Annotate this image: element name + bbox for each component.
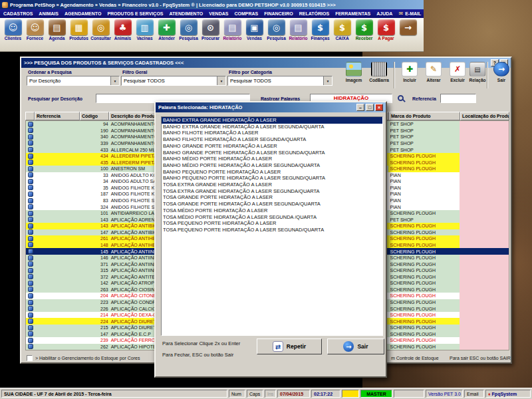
doc-x-icon: ✗ [450, 62, 466, 76]
category-filter-combo[interactable]: Pesquisar TODOS ▼ [227, 76, 332, 86]
reference-input[interactable] [440, 94, 476, 103]
word-result-item[interactable]: TOSA EXTRA GRANDE HIDRATAÇÃO A LASER [162, 182, 382, 188]
toolbar-button-search-1[interactable]: ◎Pesquisa [178, 19, 200, 51]
dialog-close-button[interactable]: × [375, 104, 383, 111]
menu-item-ajuda[interactable]: AJUDA [376, 11, 392, 16]
word-result-item[interactable]: BANHO EXTRA GRANDE HIDRATAÇÃO A LASER SE… [162, 124, 382, 130]
toolbar-button-report-1[interactable]: ▤Relatório [221, 19, 243, 51]
toolbar-button-agenda[interactable]: ▤Agenda [46, 19, 68, 51]
menu-item-vendas[interactable]: VENDAS [209, 11, 228, 16]
status-email[interactable]: Email [464, 390, 484, 398]
menu-item-compras[interactable]: COMPRAS [234, 11, 258, 16]
toolbar-button-cashier[interactable]: $CAIXA [331, 19, 353, 51]
cell-referencia [35, 261, 80, 267]
barcode-button[interactable]: CodBarra [367, 62, 391, 88]
word-result-item[interactable]: BANHO PEQUENO PORTE HIDRATAÇÃO A LASER S… [162, 175, 382, 182]
toolbar-button-consult[interactable]: ◎Consultar [90, 19, 112, 51]
minimize-button[interactable]: – [356, 104, 364, 111]
record-bullet-icon [28, 261, 33, 267]
column-header[interactable]: Referencia [35, 112, 80, 120]
record-icon [26, 121, 35, 128]
toolbar-button-find[interactable]: ⊙Procurar [200, 19, 221, 51]
word-result-item[interactable]: TOSA MÉDIO PORTE HIDRATAÇÃO A LASER SEGU… [162, 214, 382, 221]
maximize-button[interactable]: □ [366, 104, 374, 111]
chevron-down-icon[interactable]: ▼ [110, 76, 119, 85]
toolbar-button-sales[interactable]: ▣Vendas [243, 19, 265, 51]
cell-codigo: 101 [80, 210, 110, 217]
menu-item-agendamento[interactable]: AGENDAMENTO [65, 11, 101, 16]
relation-button[interactable]: ▤Relação [466, 62, 489, 88]
word-result-item[interactable]: TOSA PEQUENO PORTE HIDRATAÇÃO A LASER [162, 220, 382, 227]
toolbar-label: Pesquisa [179, 36, 198, 41]
column-header[interactable]: Código [80, 112, 109, 120]
word-result-item[interactable]: BANHO FILHOTE HIDRATAÇÃO A LASER SEGUNDA… [162, 136, 382, 143]
word-result-item[interactable]: BANHO MÉDIO PORTE HIDRATAÇÃO A LASER [162, 156, 382, 162]
cell-codigo: 142 [80, 280, 110, 287]
image-button[interactable]: Imagem [342, 62, 366, 88]
toolbar-button-vaccines[interactable]: ▥Vacinas [134, 19, 156, 51]
word-result-item[interactable]: BANHO MÉDIO PORTE HIDRATAÇÃO A LASER SEG… [162, 162, 382, 169]
menu-item-animais[interactable]: ANIMAIS [39, 11, 59, 16]
cell-localizacao [460, 325, 509, 331]
word-result-item[interactable]: BANHO PEQUENO PORTE HIDRATAÇÃO A LASER [162, 169, 382, 176]
toolbar-button-exit[interactable]: → [397, 19, 419, 51]
column-header[interactable]: Localização do Produto [460, 112, 509, 120]
brand-diamond-icon: ♦ [488, 392, 491, 396]
toolbar-label: Clientes [5, 36, 21, 41]
record-icon [26, 242, 35, 249]
menu-item-relat-rios[interactable]: RELATÓRIOS [299, 11, 329, 16]
order-filter-combo[interactable]: Por Descrição ▼ [27, 76, 120, 86]
word-result-item[interactable]: TOSA MÉDIO PORTE HIDRATAÇÃO A LASER [162, 207, 382, 214]
menu-item-cadastros[interactable]: CADASTROS [3, 11, 33, 16]
word-result-item[interactable]: BANHO EXTRA GRANDE HIDRATAÇÃO A LASER [162, 117, 382, 124]
chevron-down-icon[interactable]: ▼ [323, 76, 332, 85]
toolbar-button-report-2[interactable]: ▤Relatório [287, 19, 309, 51]
dialog-exit-button[interactable]: → Sair [327, 338, 384, 354]
menu-item-produtos-e-servi-os[interactable]: PRODUTOS E SERVIÇOS [107, 11, 163, 16]
menu-item-atendimento[interactable]: ATENDIMENTO [170, 11, 203, 16]
stock-color-checkbox[interactable] [27, 355, 33, 361]
cell-referencia [35, 146, 80, 153]
word-result-item[interactable]: TOSA PEQUENO PORTE HIDRATAÇÃO A LASER SE… [162, 227, 382, 233]
cell-referencia [35, 166, 80, 172]
column-header[interactable]: Marca do Produto [389, 112, 460, 120]
record-icon [26, 128, 35, 134]
repeat-button[interactable]: ⇄ Repetir [257, 338, 322, 354]
toolbar-button-pay[interactable]: $A Pagar [375, 19, 397, 51]
menu-item-ferramentas[interactable]: FERRAMENTAS [335, 11, 370, 16]
word-result-item[interactable]: TOSA GRANDE PORTE HIDRATAÇÃO A LASER SEG… [162, 201, 382, 207]
record-icon [26, 203, 35, 210]
word-result-item[interactable]: BANHO FILHOTE HIDRATAÇÃO A LASER [162, 130, 382, 136]
column-header[interactable] [25, 112, 35, 120]
dialog-titlebar[interactable]: Palavra Selecionada: HIDRATAÇÃO – □ × [156, 102, 386, 112]
magnifier-icon[interactable] [398, 95, 404, 101]
menu-item-email[interactable]: ✉ E-MAIL [398, 11, 421, 17]
chevron-down-icon[interactable]: ▼ [217, 76, 225, 85]
toolbar-button-products[interactable]: ▦Produtos [68, 19, 90, 51]
general-filter-combo[interactable]: Pesquisar TODOS ▼ [121, 76, 226, 86]
toolbar-label: Animais [114, 36, 131, 41]
search-icon: ◎ [268, 19, 285, 35]
record-bullet-icon [28, 293, 33, 299]
cell-referencia [35, 305, 80, 312]
toolbar-button-receive[interactable]: $Receber [353, 19, 375, 51]
toolbar-button-search-2[interactable]: ◎Pesquisa [265, 19, 287, 51]
add-button[interactable]: ✚Incluir [398, 62, 422, 88]
word-result-item[interactable]: BANHO GRANDE PORTE HIDRATAÇÃO A LASER SE… [162, 150, 382, 156]
toolbar-button-animals[interactable]: ♣Animais [112, 19, 134, 51]
word-result-item[interactable]: TOSA EXTRA GRANDE HIDRATAÇÃO A LASER SEG… [162, 188, 382, 195]
toolbar-button-suppliers[interactable]: ☺Fornece [24, 19, 46, 51]
edit-button[interactable]: ✎Alterar [422, 62, 446, 88]
toolbar-label: Relatório [289, 36, 307, 41]
cell-referencia [35, 235, 80, 242]
toolbar-button-clients[interactable]: ☺Clientes [2, 19, 24, 51]
toolbar-button-finance[interactable]: $Finanças [309, 19, 331, 51]
cell-marca: SCHERING PLOUGH [388, 229, 460, 236]
menu-item-financeiro[interactable]: FINANCEIRO [264, 11, 293, 16]
toolbar-button-attend[interactable]: ✚Atender [156, 19, 178, 51]
exit-button[interactable]: →Sair [489, 62, 513, 88]
record-icon [26, 153, 35, 160]
action-label: Sair [497, 78, 505, 82]
word-result-item[interactable]: BANHO GRANDE PORTE HIDRATAÇÃO A LASER [162, 143, 382, 150]
word-result-item[interactable]: TOSA GRANDE PORTE HIDRATAÇÃO A LASER [162, 194, 382, 201]
